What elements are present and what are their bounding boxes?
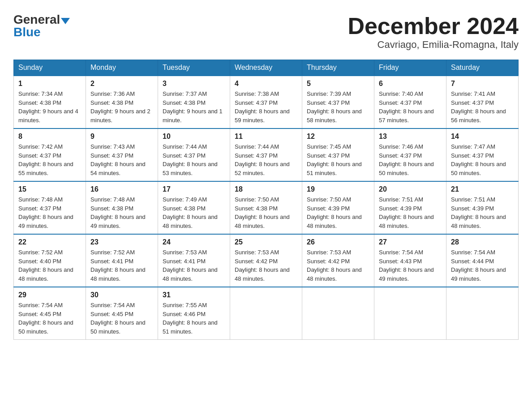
calendar-cell: 4 Sunrise: 7:38 AMSunset: 4:37 PMDayligh…: [230, 76, 302, 128]
day-number: 9: [90, 133, 153, 141]
calendar-week-row-4: 22 Sunrise: 7:52 AMSunset: 4:40 PMDaylig…: [14, 234, 519, 287]
day-number: 8: [18, 133, 81, 141]
day-number: 25: [235, 238, 297, 246]
calendar-cell: 19 Sunrise: 7:50 AMSunset: 4:39 PMDaylig…: [302, 181, 374, 234]
calendar-cell: 12 Sunrise: 7:45 AMSunset: 4:37 PMDaylig…: [302, 128, 374, 181]
day-number: 12: [307, 133, 369, 141]
logo: General Blue: [13, 13, 70, 39]
logo-blue-text: Blue: [13, 26, 41, 39]
calendar-week-row-2: 8 Sunrise: 7:42 AMSunset: 4:37 PMDayligh…: [14, 128, 519, 181]
calendar-cell: [446, 287, 519, 340]
calendar-cell: 18 Sunrise: 7:50 AMSunset: 4:38 PMDaylig…: [230, 181, 302, 234]
calendar-cell: [302, 287, 374, 340]
day-number: 7: [451, 80, 514, 88]
logo-triangle-icon: [61, 18, 70, 24]
calendar-cell: 8 Sunrise: 7:42 AMSunset: 4:37 PMDayligh…: [14, 128, 86, 181]
day-number: 4: [235, 80, 297, 88]
day-number: 14: [451, 133, 514, 141]
calendar-header-sunday: Sunday: [14, 60, 86, 76]
day-info: Sunrise: 7:45 AMSunset: 4:37 PMDaylight:…: [307, 142, 369, 177]
day-info: Sunrise: 7:34 AMSunset: 4:38 PMDaylight:…: [18, 90, 81, 124]
day-number: 28: [451, 238, 514, 246]
calendar-cell: 20 Sunrise: 7:51 AMSunset: 4:39 PMDaylig…: [374, 181, 446, 234]
calendar-cell: 7 Sunrise: 7:41 AMSunset: 4:37 PMDayligh…: [446, 76, 519, 128]
day-info: Sunrise: 7:40 AMSunset: 4:37 PMDaylight:…: [379, 90, 442, 124]
day-info: Sunrise: 7:43 AMSunset: 4:37 PMDaylight:…: [90, 142, 153, 177]
day-number: 2: [90, 80, 153, 88]
calendar-cell: 11 Sunrise: 7:44 AMSunset: 4:37 PMDaylig…: [230, 128, 302, 181]
day-number: 17: [163, 185, 225, 193]
day-info: Sunrise: 7:50 AMSunset: 4:39 PMDaylight:…: [307, 195, 369, 230]
day-number: 31: [163, 291, 225, 299]
day-number: 22: [18, 238, 81, 246]
day-info: Sunrise: 7:39 AMSunset: 4:37 PMDaylight:…: [307, 90, 369, 124]
day-info: Sunrise: 7:54 AMSunset: 4:45 PMDaylight:…: [18, 301, 81, 336]
day-number: 11: [235, 133, 297, 141]
month-year-title: December 2024: [348, 13, 519, 39]
day-number: 24: [163, 238, 225, 246]
day-number: 21: [451, 185, 514, 193]
calendar-cell: 21 Sunrise: 7:51 AMSunset: 4:39 PMDaylig…: [446, 181, 519, 234]
calendar-cell: 22 Sunrise: 7:52 AMSunset: 4:40 PMDaylig…: [14, 234, 86, 287]
calendar-header-tuesday: Tuesday: [158, 60, 230, 76]
day-info: Sunrise: 7:44 AMSunset: 4:37 PMDaylight:…: [163, 142, 225, 177]
calendar-cell: 24 Sunrise: 7:53 AMSunset: 4:41 PMDaylig…: [158, 234, 230, 287]
calendar-cell: [230, 287, 302, 340]
calendar-header-thursday: Thursday: [302, 60, 374, 76]
calendar-cell: 14 Sunrise: 7:47 AMSunset: 4:37 PMDaylig…: [446, 128, 519, 181]
day-info: Sunrise: 7:47 AMSunset: 4:37 PMDaylight:…: [451, 142, 514, 177]
calendar-cell: 5 Sunrise: 7:39 AMSunset: 4:37 PMDayligh…: [302, 76, 374, 128]
calendar-cell: 27 Sunrise: 7:54 AMSunset: 4:43 PMDaylig…: [374, 234, 446, 287]
day-info: Sunrise: 7:41 AMSunset: 4:37 PMDaylight:…: [451, 90, 514, 124]
calendar-header-saturday: Saturday: [446, 60, 519, 76]
calendar-cell: 30 Sunrise: 7:54 AMSunset: 4:45 PMDaylig…: [86, 287, 158, 340]
day-number: 16: [90, 185, 153, 193]
day-info: Sunrise: 7:52 AMSunset: 4:41 PMDaylight:…: [90, 248, 153, 283]
calendar-cell: 17 Sunrise: 7:49 AMSunset: 4:38 PMDaylig…: [158, 181, 230, 234]
day-info: Sunrise: 7:54 AMSunset: 4:43 PMDaylight:…: [379, 248, 442, 283]
day-info: Sunrise: 7:53 AMSunset: 4:42 PMDaylight:…: [307, 248, 369, 283]
day-number: 29: [18, 291, 81, 299]
day-info: Sunrise: 7:42 AMSunset: 4:37 PMDaylight:…: [18, 142, 81, 177]
day-info: Sunrise: 7:53 AMSunset: 4:42 PMDaylight:…: [235, 248, 297, 283]
calendar-cell: 13 Sunrise: 7:46 AMSunset: 4:37 PMDaylig…: [374, 128, 446, 181]
calendar-cell: 28 Sunrise: 7:54 AMSunset: 4:44 PMDaylig…: [446, 234, 519, 287]
day-number: 5: [307, 80, 369, 88]
location-subtitle: Cavriago, Emilia-Romagna, Italy: [348, 39, 519, 51]
calendar-cell: 26 Sunrise: 7:53 AMSunset: 4:42 PMDaylig…: [302, 234, 374, 287]
day-info: Sunrise: 7:48 AMSunset: 4:37 PMDaylight:…: [18, 195, 81, 230]
day-number: 13: [379, 133, 442, 141]
day-number: 23: [90, 238, 153, 246]
calendar-cell: [374, 287, 446, 340]
calendar-week-row-1: 1 Sunrise: 7:34 AMSunset: 4:38 PMDayligh…: [14, 76, 519, 128]
calendar-cell: 31 Sunrise: 7:55 AMSunset: 4:46 PMDaylig…: [158, 287, 230, 340]
calendar-table: SundayMondayTuesdayWednesdayThursdayFrid…: [13, 60, 519, 340]
title-block: December 2024 Cavriago, Emilia-Romagna, …: [348, 13, 519, 51]
calendar-cell: 16 Sunrise: 7:48 AMSunset: 4:38 PMDaylig…: [86, 181, 158, 234]
day-info: Sunrise: 7:48 AMSunset: 4:38 PMDaylight:…: [90, 195, 153, 230]
calendar-week-row-3: 15 Sunrise: 7:48 AMSunset: 4:37 PMDaylig…: [14, 181, 519, 234]
calendar-cell: 29 Sunrise: 7:54 AMSunset: 4:45 PMDaylig…: [14, 287, 86, 340]
day-info: Sunrise: 7:53 AMSunset: 4:41 PMDaylight:…: [163, 248, 225, 283]
calendar-cell: 15 Sunrise: 7:48 AMSunset: 4:37 PMDaylig…: [14, 181, 86, 234]
day-number: 26: [307, 238, 369, 246]
day-info: Sunrise: 7:44 AMSunset: 4:37 PMDaylight:…: [235, 142, 297, 177]
day-number: 18: [235, 185, 297, 193]
calendar-week-row-5: 29 Sunrise: 7:54 AMSunset: 4:45 PMDaylig…: [14, 287, 519, 340]
calendar-header-friday: Friday: [374, 60, 446, 76]
calendar-header-row: SundayMondayTuesdayWednesdayThursdayFrid…: [14, 60, 519, 76]
day-info: Sunrise: 7:50 AMSunset: 4:38 PMDaylight:…: [235, 195, 297, 230]
day-number: 3: [163, 80, 225, 88]
day-number: 20: [379, 185, 442, 193]
day-number: 10: [163, 133, 225, 141]
calendar-cell: 9 Sunrise: 7:43 AMSunset: 4:37 PMDayligh…: [86, 128, 158, 181]
calendar-cell: 10 Sunrise: 7:44 AMSunset: 4:37 PMDaylig…: [158, 128, 230, 181]
day-info: Sunrise: 7:37 AMSunset: 4:38 PMDaylight:…: [163, 90, 225, 124]
page-header: General Blue December 2024 Cavriago, Emi…: [13, 13, 519, 51]
day-number: 6: [379, 80, 442, 88]
logo-general-text: General: [13, 13, 60, 26]
day-number: 27: [379, 238, 442, 246]
calendar-cell: 6 Sunrise: 7:40 AMSunset: 4:37 PMDayligh…: [374, 76, 446, 128]
day-info: Sunrise: 7:36 AMSunset: 4:38 PMDaylight:…: [90, 90, 153, 124]
day-number: 30: [90, 291, 153, 299]
